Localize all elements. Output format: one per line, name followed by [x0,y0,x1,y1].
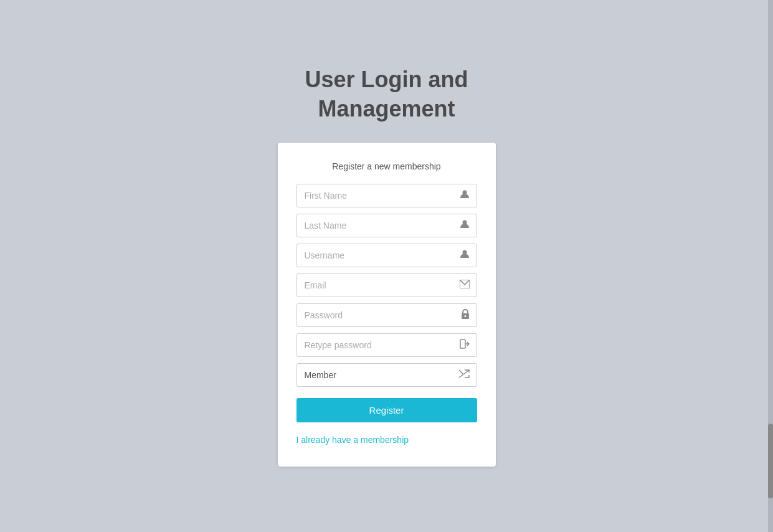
role-select[interactable]: Member Admin [296,363,477,387]
last-name-input[interactable] [296,214,477,237]
first-name-input[interactable] [296,184,477,207]
role-field-wrapper: Member Admin [296,363,477,387]
retype-password-input[interactable] [296,333,477,357]
login-link[interactable]: I already have a membership [296,435,477,445]
card-subtitle: Register a new membership [296,161,477,171]
registration-card: Register a new membership [278,143,496,467]
page-title: User Login and Management [305,65,468,124]
username-input[interactable] [296,244,477,267]
retype-password-field-wrapper [296,333,477,357]
scrollbar-thumb[interactable] [768,424,773,498]
email-field-wrapper [296,273,477,297]
register-button[interactable]: Register [296,398,477,422]
first-name-field-wrapper [296,184,477,207]
password-field-wrapper [296,303,477,327]
username-field-wrapper [296,244,477,267]
last-name-field-wrapper [296,214,477,237]
password-input[interactable] [296,303,477,327]
email-input[interactable] [296,273,477,297]
scrollbar-track[interactable] [768,0,773,532]
